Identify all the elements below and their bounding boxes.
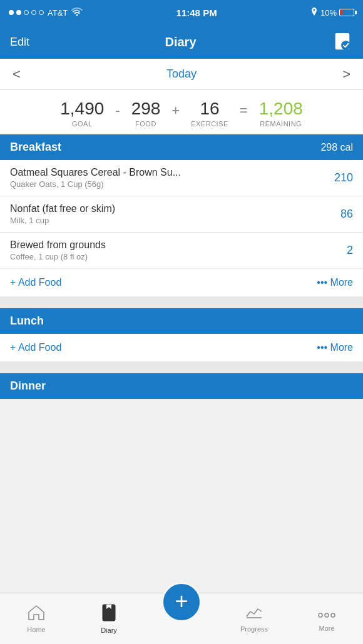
food-name-oatmeal: Oatmeal Squares Cereal - Brown Su... bbox=[10, 167, 328, 178]
edit-button[interactable]: Edit bbox=[10, 36, 29, 49]
breakfast-add-food-button[interactable]: + Add Food bbox=[10, 277, 61, 288]
breakfast-more-button[interactable]: ••• More bbox=[317, 277, 353, 288]
progress-tab-label: Progress bbox=[240, 625, 268, 633]
lunch-more-button[interactable]: ••• More bbox=[317, 342, 353, 353]
section-spacer-1 bbox=[0, 297, 363, 308]
minus-operator: - bbox=[113, 103, 122, 119]
lunch-title: Lunch bbox=[10, 314, 44, 328]
home-tab-label: Home bbox=[27, 626, 45, 633]
remaining-item: 1,208 REMAINING bbox=[250, 99, 312, 128]
calorie-summary: 1,490 GOAL - 298 FOOD + 16 EXERCISE = 1,… bbox=[0, 90, 363, 134]
exercise-item: 16 EXERCISE bbox=[182, 99, 237, 128]
home-icon bbox=[28, 605, 45, 623]
diary-icon bbox=[101, 604, 116, 624]
food-info-milk: Nonfat (fat free or skim) Milk, 1 cup bbox=[10, 203, 328, 225]
status-bar: AT&T 11:48 PM 10% bbox=[0, 0, 363, 25]
remaining-label: REMAINING bbox=[259, 120, 303, 128]
bookmark-button[interactable] bbox=[332, 31, 353, 53]
more-tab-label: More bbox=[319, 625, 334, 632]
diary-tab-label: Diary bbox=[101, 626, 117, 634]
food-name-milk: Nonfat (fat free or skim) bbox=[10, 203, 328, 214]
tab-diary[interactable]: Diary bbox=[73, 593, 145, 644]
prev-date-button[interactable]: < bbox=[13, 66, 21, 83]
progress-icon bbox=[245, 605, 263, 623]
food-cal-coffee: 2 bbox=[328, 244, 353, 257]
current-date-label: Today bbox=[166, 68, 197, 81]
lunch-add-food-row: + Add Food ••• More bbox=[0, 334, 363, 362]
plus-icon: + bbox=[175, 590, 188, 613]
battery-percent: 10% bbox=[320, 8, 337, 18]
tab-home[interactable]: Home bbox=[0, 593, 73, 644]
remaining-number: 1,208 bbox=[259, 99, 303, 119]
status-right: 10% bbox=[310, 8, 354, 18]
dot-1 bbox=[9, 10, 14, 15]
goal-number: 1,490 bbox=[60, 99, 104, 119]
breakfast-add-food-row: + Add Food ••• More bbox=[0, 269, 363, 297]
svg-point-1 bbox=[341, 41, 350, 50]
exercise-label: EXERCISE bbox=[191, 120, 228, 128]
nav-bar: Edit Diary bbox=[0, 25, 363, 59]
tab-add[interactable]: + bbox=[145, 593, 218, 644]
svg-point-4 bbox=[319, 613, 322, 617]
add-button[interactable]: + bbox=[161, 582, 202, 622]
food-item-milk[interactable]: Nonfat (fat free or skim) Milk, 1 cup 86 bbox=[0, 196, 363, 233]
svg-point-6 bbox=[331, 613, 335, 617]
section-spacer-2 bbox=[0, 362, 363, 373]
dinner-section-header: Dinner bbox=[0, 373, 363, 399]
food-detail-coffee: Coffee, 1 cup (8 fl oz) bbox=[10, 252, 328, 261]
food-item-coffee[interactable]: Brewed from grounds Coffee, 1 cup (8 fl … bbox=[0, 233, 363, 269]
status-time: 11:48 PM bbox=[176, 8, 217, 18]
svg-point-5 bbox=[325, 613, 329, 617]
dot-4 bbox=[31, 10, 36, 15]
next-date-button[interactable]: > bbox=[342, 66, 350, 83]
food-item-oatmeal[interactable]: Oatmeal Squares Cereal - Brown Su... Qua… bbox=[0, 160, 363, 196]
wifi-icon bbox=[71, 8, 83, 18]
dot-5 bbox=[39, 10, 44, 15]
breakfast-section-header: Breakfast 298 cal bbox=[0, 134, 363, 160]
food-cal-oatmeal: 210 bbox=[328, 171, 353, 184]
food-cal-milk: 86 bbox=[328, 208, 353, 221]
date-nav: < Today > bbox=[0, 59, 363, 90]
exercise-number: 16 bbox=[191, 99, 228, 119]
food-label: FOOD bbox=[131, 120, 161, 128]
lunch-add-food-button[interactable]: + Add Food bbox=[10, 342, 61, 353]
lunch-section-header: Lunch bbox=[0, 308, 363, 334]
goal-label: GOAL bbox=[60, 120, 104, 128]
goal-item: 1,490 GOAL bbox=[51, 99, 113, 128]
food-info-oatmeal: Oatmeal Squares Cereal - Brown Su... Qua… bbox=[10, 167, 328, 189]
dot-3 bbox=[24, 10, 29, 15]
battery-icon bbox=[339, 9, 354, 16]
food-info-coffee: Brewed from grounds Coffee, 1 cup (8 fl … bbox=[10, 239, 328, 261]
food-item: 298 FOOD bbox=[123, 99, 170, 128]
nav-title: Diary bbox=[165, 35, 197, 49]
tab-progress[interactable]: Progress bbox=[218, 593, 290, 644]
breakfast-calories: 298 cal bbox=[320, 142, 353, 153]
dot-2 bbox=[16, 10, 21, 15]
more-icon bbox=[317, 606, 337, 622]
status-left: AT&T bbox=[9, 8, 83, 18]
tab-more[interactable]: More bbox=[290, 593, 363, 644]
tab-bar: Home Diary + Progress bbox=[0, 593, 363, 644]
equals-operator: = bbox=[237, 103, 250, 119]
signal-dots bbox=[9, 10, 44, 15]
location-icon bbox=[310, 8, 318, 18]
food-number: 298 bbox=[131, 99, 161, 119]
breakfast-title: Breakfast bbox=[10, 141, 61, 154]
plus-operator: + bbox=[169, 103, 182, 119]
food-detail-milk: Milk, 1 cup bbox=[10, 216, 328, 225]
carrier-label: AT&T bbox=[48, 8, 68, 18]
food-name-coffee: Brewed from grounds bbox=[10, 239, 328, 251]
food-detail-oatmeal: Quaker Oats, 1 Cup (56g) bbox=[10, 179, 328, 189]
dinner-title: Dinner bbox=[10, 380, 46, 393]
